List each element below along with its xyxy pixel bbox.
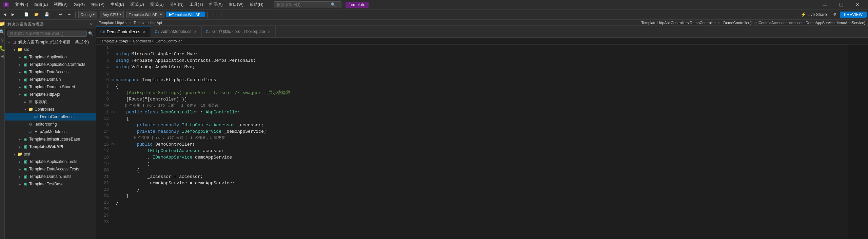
breadcrumb-part[interactable]: Controllers (133, 39, 151, 43)
menu-item[interactable]: 编辑(E) (32, 1, 51, 8)
tree-item-project[interactable]: ▸▣Template.WebAPI (5, 143, 96, 150)
activity-git[interactable]: ⑂ (1, 37, 4, 43)
tree-item-project[interactable]: ▸▣Template.Application (5, 53, 96, 61)
forward-button[interactable]: ▶ (9, 12, 16, 17)
editor-tab[interactable]: C# DemoController.cs × (96, 26, 151, 37)
breadcrumb-part[interactable]: DemoController (156, 39, 182, 43)
code-token (142, 109, 145, 115)
code-line: { (116, 115, 848, 122)
tree-item-cs[interactable]: C#HttpApiModule.cs (5, 128, 96, 135)
tree-item-folder[interactable]: ▾📁test (5, 150, 96, 158)
line-number: 27 (99, 212, 109, 219)
tree-item-icon: ▣ (22, 85, 28, 89)
tree-item-icon: ▣ (22, 77, 28, 82)
class-nav[interactable]: Template.HttpApi.Controllers.DemoControl… (641, 21, 716, 25)
tree-item-project[interactable]: ▸▣Template.Domain.Shared (5, 83, 96, 91)
code-token: [ApiExplorerSettings(IgnoreApi = false)]… (116, 90, 290, 96)
search-input[interactable] (277, 2, 331, 7)
maximize-button[interactable]: ❐ (833, 0, 849, 10)
tab-close-button[interactable]: × (267, 29, 271, 34)
menu-item[interactable]: 测试(S) (147, 1, 166, 8)
menu-item[interactable]: 分析(N) (167, 1, 186, 8)
minimize-button[interactable]: — (817, 0, 833, 10)
editor-tab[interactable]: C# Git 存储库 - pro...t-boilerplate × (202, 26, 275, 37)
startup-project-dropdown[interactable]: Template.WebAPI ▾ (126, 11, 164, 18)
tab-close-button[interactable]: × (142, 29, 146, 35)
activity-explorer[interactable]: 📁 (0, 21, 5, 26)
breadcrumb-part[interactable]: Template.HttpApi (100, 39, 128, 43)
method-nav[interactable]: DemoController(IHttpContextAccessor acce… (723, 21, 865, 25)
code-line: 3 个引用 | ron, 175 天前 | 2 名作者，10 项更改 (116, 103, 848, 109)
tree-item-ref[interactable]: ▸⊞依赖项 (5, 98, 96, 106)
tree-item-icon: ▣ (22, 182, 28, 186)
sidebar-search-input[interactable] (7, 31, 87, 37)
undo-button[interactable]: ↩ (57, 12, 64, 17)
tree-item-project[interactable]: ▸▣Template.TestBase (5, 180, 96, 188)
fold-indicator[interactable]: ⊟ (112, 77, 116, 83)
menu-item[interactable]: 扩展(X) (206, 1, 225, 8)
redo-button[interactable]: ↪ (65, 12, 73, 17)
tree-item-icon: ▣ (22, 174, 28, 179)
tree-item-project[interactable]: ▸▣Template.InfrastructureBase (5, 135, 96, 143)
tree-item-cs[interactable]: C#DemoController.cs (5, 113, 96, 121)
tree-item-project[interactable]: ▸▣Template.Domain.Tests (5, 173, 96, 180)
tree-item-label: Template.Application.Tests (29, 159, 77, 164)
tree-item-project[interactable]: ▾▣Template.HttpApi (5, 91, 96, 98)
menu-item[interactable]: 文件(F) (12, 1, 31, 8)
tree-item-project[interactable]: ▸▣Template.Application.Tests (5, 158, 96, 165)
line-number: 13 (99, 122, 109, 128)
tree-arrow-icon: ▾ (17, 93, 22, 96)
settings-button[interactable]: ⚙ (831, 12, 839, 17)
run-button[interactable]: ▶ Template.WebAPI (166, 12, 205, 17)
menu-item[interactable]: 窗口(W) (226, 1, 246, 8)
activity-extensions[interactable]: ⊞ (0, 54, 4, 59)
tree-item-project[interactable]: ▸▣Template.DataAccess.Tests (5, 165, 96, 173)
fold-indicator[interactable]: ⊟ (112, 141, 116, 148)
tree-item-icon: ▣ (22, 70, 28, 74)
menu-item[interactable]: 工具(T) (187, 1, 205, 8)
tree-item-project[interactable]: ▸▣Template.Application.Contracts (5, 61, 96, 68)
chevron-down-icon: ▾ (93, 12, 95, 17)
code-token: private (116, 128, 155, 135)
menu-item[interactable]: 生成(B) (108, 1, 127, 8)
open-button[interactable]: 📂 (32, 12, 41, 17)
search-box[interactable]: 🔍 (274, 1, 341, 8)
tree-item-label: Template.InfrastructureBase (29, 137, 80, 142)
close-button[interactable]: ✕ (850, 0, 865, 10)
menu-bar: const md = JSON.parse(document.getElemen… (0, 0, 868, 10)
tree-item-icon: ▣ (22, 92, 28, 97)
code-token: _accessor; (235, 122, 264, 128)
debug-config-dropdown[interactable]: Debug ▾ (78, 11, 97, 18)
code-editor[interactable]: using Microsoft.AspNetCore.Mvc;using Tem… (112, 44, 848, 239)
activity-search[interactable]: 🔍 (0, 29, 5, 35)
menu-item[interactable]: 帮助(H) (247, 1, 266, 8)
pause-button[interactable]: ⏸ (211, 12, 218, 17)
new-file-button[interactable]: 📄 (22, 12, 31, 17)
platform-dropdown[interactable]: Any CPU ▾ (100, 11, 123, 18)
tree-item-project[interactable]: ▸▣Template.DataAccess (5, 68, 96, 76)
menu-item[interactable]: 项目(P) (88, 1, 107, 8)
tree-item-config[interactable]: ⚙.editorconfig (5, 121, 96, 128)
tree-item-folder[interactable]: ▾📁src (5, 46, 96, 53)
tree-item-folder[interactable]: ▾📁Controllers (5, 106, 96, 113)
tree-item-label: Template.WebAPI (29, 144, 63, 149)
back-button[interactable]: ◀ (1, 12, 8, 17)
code-token: ) (116, 161, 150, 167)
tree-item-solution[interactable]: ▾◻解决方案'Template'(12个项目，共12个) (5, 38, 96, 46)
live-share-button[interactable]: ⚡ Live Share (798, 12, 829, 18)
menu-item[interactable]: Git(G) (71, 2, 87, 8)
code-lens[interactable]: 3 个引用 | ron, 175 天前 | 2 名作者，10 项更改 (116, 103, 219, 109)
code-line: ⊟namespace Template.HttpApi.Controllers (116, 77, 848, 83)
save-button[interactable]: 💾 (42, 12, 51, 17)
preview-button[interactable]: PREVIEW (840, 12, 867, 18)
sidebar-close-icon[interactable]: ✕ (90, 22, 93, 26)
menu-item[interactable]: 视图(V) (51, 1, 70, 8)
code-lens[interactable]: 0 个引用 | ron, 177 天前 | 1 名作者，1 项更改 (116, 135, 225, 141)
activity-debug[interactable]: 🐛 (0, 45, 5, 51)
tab-close-button[interactable]: × (193, 29, 197, 34)
tree-item-project[interactable]: ▸▣Template.Domain (5, 76, 96, 83)
fold-indicator[interactable]: ⊟ (112, 109, 116, 115)
editor-tab[interactable]: C# AdminModule.cs × (151, 26, 202, 37)
tree-item-icon: ▣ (22, 167, 28, 171)
menu-item[interactable]: 调试(D) (127, 1, 147, 8)
